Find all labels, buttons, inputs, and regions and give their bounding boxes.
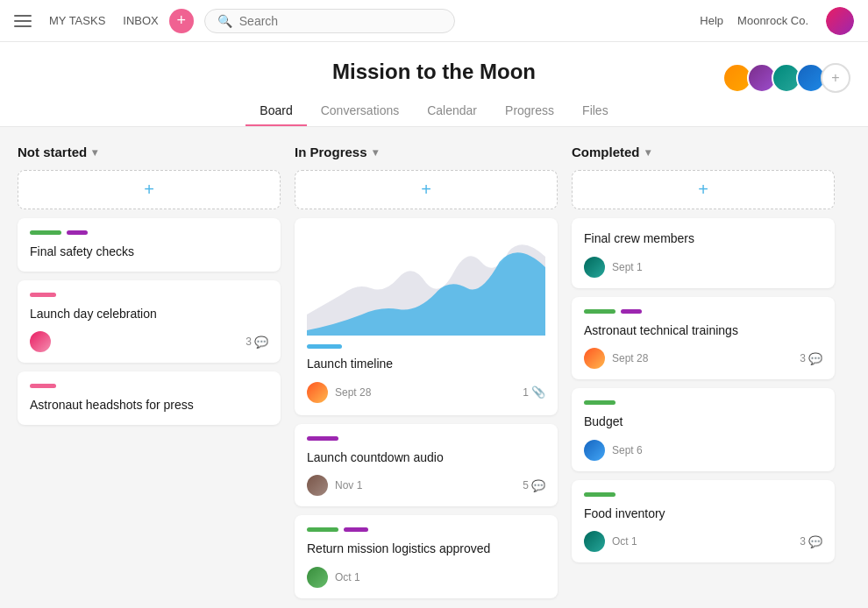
card-footer: Sept 6 bbox=[584, 440, 822, 461]
card-launch-countdown: Launch countdown audio Nov 1 5 💬 bbox=[295, 424, 558, 507]
column-completed: Completed ▾ + Final crew members Sept 1 … bbox=[572, 145, 835, 571]
card-avatar bbox=[584, 257, 605, 278]
card-footer: 3 💬 bbox=[30, 331, 268, 352]
card-title-final-safety: Final safety checks bbox=[30, 244, 268, 261]
comment-icon: 💬 bbox=[808, 352, 822, 365]
add-card-completed[interactable]: + bbox=[572, 170, 835, 209]
card-launch-timeline: Launch timeline Sept 28 1 📎 bbox=[295, 218, 558, 415]
add-card-not-started[interactable]: + bbox=[18, 170, 281, 209]
project-tabs: Board Conversations Calendar Progress Fi… bbox=[0, 96, 868, 126]
card-budget: Budget Sept 6 bbox=[572, 388, 835, 471]
help-link[interactable]: Help bbox=[700, 14, 723, 27]
card-title-launch-countdown: Launch countdown audio bbox=[307, 449, 545, 467]
card-date: Nov 1 bbox=[335, 479, 362, 491]
create-button[interactable]: + bbox=[169, 9, 194, 33]
search-bar[interactable]: 🔍 bbox=[204, 9, 455, 33]
card-avatar bbox=[307, 567, 328, 588]
card-title-food-inventory: Food inventory bbox=[584, 505, 822, 523]
card-astronaut-technical: Astronaut technical trainings Sept 28 3 … bbox=[572, 297, 835, 380]
tab-board[interactable]: Board bbox=[245, 96, 306, 126]
timeline-chart bbox=[307, 230, 545, 336]
card-date: Oct 1 bbox=[612, 535, 637, 548]
comment-count: 5 bbox=[523, 479, 529, 491]
card-tags bbox=[307, 436, 545, 441]
card-avatar bbox=[30, 331, 51, 352]
card-footer: Oct 1 3 💬 bbox=[584, 531, 822, 552]
tag-green bbox=[584, 492, 615, 497]
tag-purple bbox=[621, 309, 642, 314]
tag-pink bbox=[30, 384, 56, 388]
card-avatar bbox=[307, 382, 328, 403]
card-tags bbox=[30, 293, 268, 297]
card-tags bbox=[584, 400, 822, 405]
tab-conversations[interactable]: Conversations bbox=[307, 96, 414, 126]
column-header-completed[interactable]: Completed ▾ bbox=[572, 145, 835, 159]
menu-icon[interactable] bbox=[14, 12, 32, 30]
search-input[interactable] bbox=[239, 14, 442, 28]
column-title-in-progress: In Progress bbox=[295, 145, 367, 159]
search-icon: 🔍 bbox=[217, 14, 232, 28]
tag-green bbox=[584, 400, 615, 405]
card-footer: Nov 1 5 💬 bbox=[307, 475, 545, 496]
card-badge: 5 💬 bbox=[523, 479, 545, 492]
card-footer: Sept 28 3 💬 bbox=[584, 348, 822, 369]
card-title-launch-timeline: Launch timeline bbox=[307, 356, 545, 373]
card-tags bbox=[30, 230, 268, 235]
card-avatar bbox=[584, 440, 605, 461]
clip-count: 1 bbox=[523, 386, 529, 399]
project-header: Mission to the Moon + Board Conversation… bbox=[0, 42, 868, 127]
comment-count: 3 bbox=[800, 535, 806, 548]
add-member-button[interactable]: + bbox=[821, 63, 850, 93]
comment-icon: 💬 bbox=[808, 535, 822, 548]
card-launch-day: Launch day celebration 3 💬 bbox=[18, 280, 281, 364]
card-return-mission: Return mission logistics approved Oct 1 bbox=[295, 515, 558, 598]
comment-count: 3 bbox=[800, 352, 806, 364]
card-tags bbox=[30, 384, 268, 388]
tag-green bbox=[584, 309, 615, 314]
card-date: Oct 1 bbox=[335, 571, 360, 583]
tab-files[interactable]: Files bbox=[568, 96, 623, 126]
card-badge: 1 📎 bbox=[523, 385, 545, 399]
my-tasks-link[interactable]: MY TASKS bbox=[42, 11, 112, 31]
board: Not started ▾ + Final safety checks Laun… bbox=[0, 127, 868, 608]
card-footer: Oct 1 bbox=[307, 567, 545, 588]
card-tags bbox=[307, 527, 545, 532]
card-tag bbox=[307, 344, 342, 349]
inbox-link[interactable]: INBOX bbox=[123, 14, 158, 27]
project-title: Mission to the Moon bbox=[332, 60, 536, 84]
column-in-progress: In Progress ▾ + Launch timeline Sept 28 bbox=[295, 145, 558, 607]
column-title-completed: Completed bbox=[572, 145, 640, 159]
column-not-started: Not started ▾ + Final safety checks Laun… bbox=[18, 145, 281, 434]
card-title-return-mission: Return mission logistics approved bbox=[307, 541, 545, 558]
column-header-not-started[interactable]: Not started ▾ bbox=[18, 145, 281, 159]
card-final-crew: Final crew members Sept 1 bbox=[572, 218, 835, 288]
card-date: Sept 28 bbox=[335, 386, 371, 399]
card-date: Sept 28 bbox=[612, 352, 648, 364]
card-food-inventory: Food inventory Oct 1 3 💬 bbox=[572, 480, 835, 563]
tab-progress[interactable]: Progress bbox=[491, 96, 568, 126]
column-header-in-progress[interactable]: In Progress ▾ bbox=[295, 145, 558, 159]
tag-pink bbox=[30, 293, 56, 297]
top-navigation: MY TASKS INBOX + 🔍 Help Moonrock Co. bbox=[0, 0, 868, 42]
card-footer: Sept 1 bbox=[584, 257, 822, 278]
clip-icon: 📎 bbox=[531, 385, 545, 399]
tag-purple bbox=[67, 230, 88, 235]
add-card-in-progress[interactable]: + bbox=[295, 170, 558, 209]
card-tags bbox=[584, 309, 822, 314]
card-title-final-crew: Final crew members bbox=[584, 230, 822, 248]
user-avatar[interactable] bbox=[826, 7, 854, 35]
comment-count: 3 bbox=[245, 336, 252, 348]
card-tags bbox=[584, 492, 822, 497]
card-avatar bbox=[584, 531, 605, 552]
card-title-astronaut-technical: Astronaut technical trainings bbox=[584, 322, 822, 340]
comment-icon: 💬 bbox=[254, 336, 268, 349]
card-avatar bbox=[584, 348, 605, 369]
tag-purple bbox=[344, 527, 368, 532]
card-badge: 3 💬 bbox=[800, 535, 822, 548]
tag-green bbox=[307, 527, 338, 532]
card-astronaut-headshots: Astronaut headshots for press bbox=[18, 371, 281, 425]
chevron-down-icon: ▾ bbox=[645, 146, 651, 159]
company-name[interactable]: Moonrock Co. bbox=[737, 14, 808, 27]
tab-calendar[interactable]: Calendar bbox=[413, 96, 491, 126]
tag-purple bbox=[307, 436, 338, 441]
